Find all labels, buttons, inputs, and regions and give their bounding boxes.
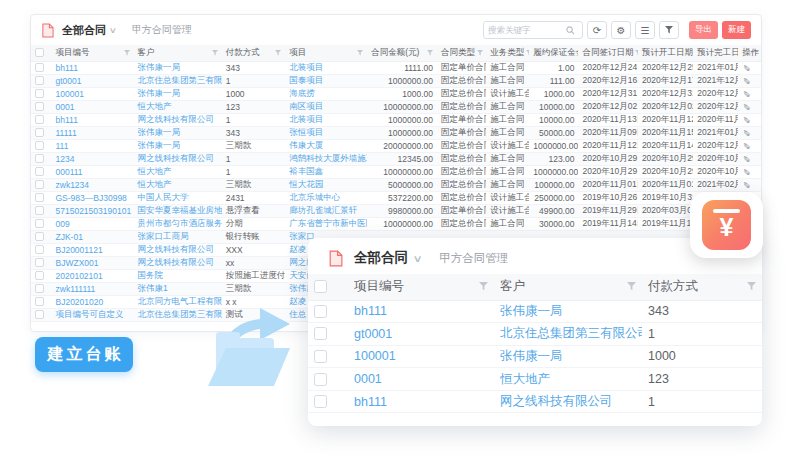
cell-project[interactable]: 廊坊孔雀城汇景轩 — [285, 204, 367, 217]
cell-customer[interactable]: 北京住总集团第三有限公司 — [494, 323, 642, 346]
cell-project_no[interactable]: GS-983—BJ30998 — [52, 191, 134, 204]
cell-project_no[interactable]: 5715021503190101 — [52, 204, 134, 217]
cell-project[interactable]: 张恒项目 — [285, 126, 367, 139]
cell-customer[interactable]: 张伟康一局 — [134, 139, 222, 152]
create-button[interactable]: 新建 — [722, 21, 751, 39]
row-checkbox[interactable] — [314, 305, 327, 318]
list-icon[interactable]: ☰ — [635, 21, 655, 39]
cell-project_no[interactable]: 000111 — [52, 165, 134, 178]
cell-project[interactable]: 国泰项目 — [285, 74, 367, 87]
cell-project_no[interactable]: BJ20201020 — [52, 295, 134, 308]
cell-customer[interactable]: 中国人民大学 — [134, 191, 222, 204]
cell-project[interactable]: 广东省普宁市新中医医院… — [285, 217, 367, 230]
cell-project_no[interactable]: ZJK-01 — [52, 230, 134, 243]
cell-customer[interactable]: 北京住总集团第三有限公司 — [134, 74, 222, 87]
cell-customer[interactable]: 国安华夏幸福基业房地产… — [134, 204, 222, 217]
row-checkbox[interactable] — [35, 63, 44, 72]
cell-project_no[interactable]: bh111 — [348, 300, 494, 323]
filter-icon[interactable] — [635, 50, 637, 56]
cell-project[interactable]: 海底捞 — [285, 87, 367, 100]
filter-icon[interactable] — [526, 50, 529, 56]
cell-project_no[interactable]: zwk111111 — [52, 282, 134, 295]
row-checkbox[interactable] — [35, 167, 44, 176]
row-checkbox[interactable] — [35, 89, 44, 98]
filter-icon[interactable] — [212, 50, 218, 56]
edit-icon[interactable]: ✎ — [741, 90, 751, 98]
edit-icon[interactable]: ✎ — [741, 155, 751, 163]
row-checkbox[interactable] — [35, 141, 44, 150]
cell-customer[interactable]: 恒大地产 — [494, 368, 642, 391]
filter-icon[interactable] — [275, 50, 281, 56]
chevron-down-icon[interactable]: ∨ — [413, 253, 423, 264]
row-checkbox[interactable] — [35, 102, 44, 111]
cell-project_no[interactable]: zwk1234 — [52, 178, 134, 191]
row-checkbox[interactable] — [314, 395, 327, 408]
row-checkbox[interactable] — [35, 310, 44, 319]
cell-customer[interactable]: 恒大地产 — [134, 165, 222, 178]
cell-project[interactable]: 北装项目 — [285, 113, 367, 126]
filter-icon[interactable] — [479, 282, 488, 291]
cell-project_no[interactable]: 11111 — [52, 126, 134, 139]
select-all-checkbox[interactable] — [314, 280, 327, 293]
cell-customer[interactable]: 网之线科技有限公司 — [134, 152, 222, 165]
cell-customer[interactable]: 网之线科技有限公司 — [134, 243, 222, 256]
cell-project_no[interactable]: BJ20001121 — [52, 243, 134, 256]
cell-project_no[interactable]: gt0001 — [348, 323, 494, 346]
cell-project[interactable]: 鸿鹄科技大厦外墙施工项目 — [285, 152, 367, 165]
filter-icon[interactable] — [627, 282, 636, 291]
row-checkbox[interactable] — [35, 154, 44, 163]
row-checkbox[interactable] — [35, 193, 44, 202]
cell-customer[interactable]: 国务院 — [134, 269, 222, 282]
cell-customer[interactable]: 网之线科技有限公司 — [134, 256, 222, 269]
cell-project_no[interactable]: 0001 — [52, 100, 134, 113]
row-checkbox[interactable] — [35, 245, 44, 254]
cell-project_no[interactable]: 100001 — [348, 345, 494, 368]
cell-project[interactable]: 北装项目 — [285, 61, 367, 74]
cell-customer[interactable]: 恒大地产 — [134, 178, 222, 191]
row-checkbox[interactable] — [35, 219, 44, 228]
gear-icon[interactable]: ⚙ — [611, 21, 631, 39]
cell-project_no[interactable]: bh111 — [52, 61, 134, 74]
cell-project_no[interactable]: BJWZX001 — [52, 256, 134, 269]
cell-customer[interactable]: 张家口工商局 — [134, 230, 222, 243]
row-checkbox[interactable] — [35, 232, 44, 241]
row-checkbox[interactable] — [35, 115, 44, 124]
search-input[interactable] — [488, 25, 566, 35]
edit-icon[interactable]: ✎ — [741, 64, 751, 72]
filter-icon[interactable] — [477, 50, 483, 56]
edit-icon[interactable]: ✎ — [741, 116, 751, 124]
filter-icon[interactable] — [427, 50, 433, 56]
cell-customer[interactable]: 张伟康一局 — [494, 300, 642, 323]
row-checkbox[interactable] — [314, 350, 327, 363]
cell-customer[interactable]: 张伟康一局 — [134, 87, 222, 100]
cell-project_no[interactable]: bh111 — [348, 390, 494, 413]
filter-icon[interactable] — [659, 21, 679, 39]
cell-customer[interactable]: 张伟康一局 — [134, 61, 222, 74]
row-checkbox[interactable] — [35, 284, 44, 293]
cell-project_no[interactable]: 项目编号可自定义 — [52, 308, 134, 321]
filter-icon[interactable] — [747, 282, 756, 291]
cell-project_no[interactable]: 100001 — [52, 87, 134, 100]
edit-icon[interactable]: ✎ — [741, 77, 751, 85]
cell-customer[interactable]: 网之线科技有限公司 — [134, 113, 222, 126]
ledger-fab[interactable]: ¥ — [690, 192, 763, 258]
edit-icon[interactable]: ✎ — [741, 181, 751, 189]
cell-project_no[interactable]: gt0001 — [52, 74, 134, 87]
cell-project[interactable]: 裕丰国鑫 — [285, 165, 367, 178]
cell-project_no[interactable]: 0001 — [348, 368, 494, 391]
chevron-down-icon[interactable]: ∨ — [109, 26, 117, 35]
row-checkbox[interactable] — [314, 373, 327, 386]
row-checkbox[interactable] — [35, 258, 44, 267]
row-checkbox[interactable] — [35, 128, 44, 137]
edit-icon[interactable]: ✎ — [741, 129, 751, 137]
row-checkbox[interactable] — [35, 297, 44, 306]
cell-project_no[interactable]: 2020102101 — [52, 269, 134, 282]
cell-customer[interactable]: 网之线科技有限公司 — [494, 390, 642, 413]
edit-icon[interactable]: ✎ — [741, 142, 751, 150]
edit-icon[interactable]: ✎ — [741, 168, 751, 176]
cell-customer[interactable]: 贵州市都匀市酒店服务有… — [134, 217, 222, 230]
select-all-checkbox[interactable] — [35, 48, 44, 57]
export-button[interactable]: 导出 — [689, 21, 718, 39]
cell-project_no[interactable]: bh111 — [52, 113, 134, 126]
cell-project_no[interactable]: 009 — [52, 217, 134, 230]
